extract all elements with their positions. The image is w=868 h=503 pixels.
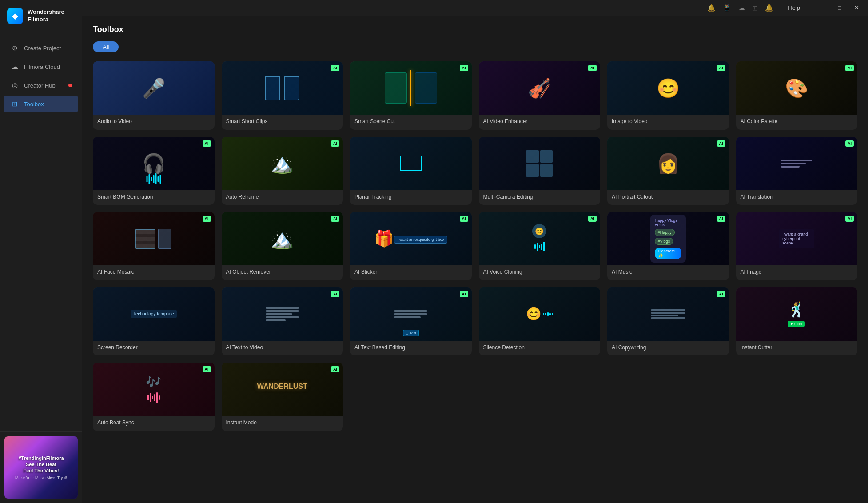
tool-card-multi-camera-editing[interactable]: Multi-Camera Editing [479,137,601,205]
bell-icon[interactable]: 🔔 [765,4,773,12]
tool-card-instant-cutter[interactable]: 🕺Export Instant Cutter [736,287,858,356]
promo-card[interactable]: #TrendinginFilmora See The Beat Feel The… [4,436,78,499]
ai-badge: AI [717,140,725,147]
sidebar-item-filmora-cloud[interactable]: ☁ Filmora Cloud [4,58,78,75]
tool-card-image-to-video[interactable]: 😊 AI Image to Video [607,61,729,130]
notification-icon[interactable]: 🔔 [707,4,716,12]
tool-card-ai-text-based-editing[interactable]: ◻ Text AI AI Text Based Editing [350,287,472,356]
tool-card-auto-reframe[interactable]: 🏔️ AI Auto Reframe [222,137,343,205]
tool-label-screen-recorder: Screen Recorder [93,341,215,356]
tool-label-ai-portrait-cutout: AI Portrait Cutout [607,190,729,205]
filter-bar: All [93,41,857,52]
tool-card-ai-object-remover[interactable]: 🏔️ AI AI Object Remover [222,212,343,280]
grid-icon[interactable]: ⊞ [752,4,758,12]
tool-label-ai-voice-cloning: AI Voice Cloning [479,265,601,280]
tool-card-ai-translation[interactable]: AI AI Translation [736,137,858,205]
tool-card-ai-face-mosaic[interactable]: AI AI Face Mosaic [93,212,215,280]
tool-thumb-ai-music: Happy Vlogs Beats#Happy#VlogsGenerate ✨ … [607,212,729,265]
tool-thumb-ai-voice-cloning: 😊 AI [479,212,601,265]
tool-thumb-smart-short-clips: AI [222,61,343,115]
ai-badge: AI [460,216,468,222]
tool-thumb-screen-recorder: Technology template [93,287,215,341]
ai-badge: AI [331,291,339,297]
tool-thumb-auto-reframe: 🏔️ AI [222,137,343,190]
toolbox-title: Toolbox [93,25,857,34]
sidebar-item-creator-hub[interactable]: ◎ Creator Hub [4,77,78,94]
sidebar-item-create-project[interactable]: ⊕ Create Project [4,40,78,56]
sidebar-nav: ⊕ Create Project ☁ Filmora Cloud ◎ Creat… [0,32,82,431]
tool-label-ai-object-remover: AI Object Remover [222,265,343,280]
sidebar-item-label: Filmora Cloud [24,64,60,70]
mobile-icon[interactable]: 📱 [723,4,731,12]
titlebar: 🔔 📱 ☁ ⊞ 🔔 Help — □ ✕ [82,0,868,16]
tool-card-audio-to-video[interactable]: 🎤 Audio to Video [93,61,215,130]
close-button[interactable]: ✕ [848,0,864,16]
filter-all-button[interactable]: All [93,41,119,52]
tool-label-ai-text-to-video: AI Text to Video [222,341,343,356]
ai-badge: AI [331,140,339,147]
tool-label-planar-tracking: Planar Tracking [350,190,472,205]
sidebar-promo: #TrendinginFilmora See The Beat Feel The… [0,431,82,503]
help-button[interactable]: Help [784,4,804,12]
ai-badge: AI [845,140,854,147]
ai-badge: AI [203,140,211,147]
tool-card-auto-beat-sync[interactable]: 🎶 AI Auto Beat Sync [93,363,215,431]
tool-card-smart-short-clips[interactable]: AI Smart Short Clips [222,61,343,130]
sidebar-item-toolbox[interactable]: ⊞ Toolbox [4,96,78,112]
titlebar-divider2 [809,4,809,12]
tool-card-instant-mode[interactable]: WANDERLUST────── AI Instant Mode [222,363,343,431]
tool-label-smart-short-clips: Smart Short Clips [222,115,343,130]
tool-card-ai-image[interactable]: I want a grand cyberpunk scene AI AI Ima… [736,212,858,280]
maximize-button[interactable]: □ [832,0,848,16]
tool-card-smart-scene-cut[interactable]: AI Smart Scene Cut [350,61,472,130]
app-name: Wondershare Filmora [28,8,75,24]
tool-card-ai-copywriting[interactable]: AI AI Copywriting [607,287,729,356]
ai-badge: AI [717,291,725,297]
tool-card-ai-voice-cloning[interactable]: 😊 AI AI Voice Cloning [479,212,601,280]
titlebar-icons: 🔔 📱 ☁ ⊞ 🔔 [707,4,773,12]
tool-thumb-ai-object-remover: 🏔️ AI [222,212,343,265]
tool-card-ai-color-palette[interactable]: 🎨 AI AI Color Palette [736,61,858,130]
tool-label-ai-image: AI Image [736,265,858,280]
filmora-cloud-icon: ☁ [11,63,19,71]
tools-grid: 🎤 Audio to Video AI Smart Short Clips AI… [93,61,857,431]
tool-thumb-image-to-video: 😊 AI [607,61,729,115]
tool-label-instant-mode: Instant Mode [222,416,343,431]
sidebar: ◆ Wondershare Filmora ⊕ Create Project ☁… [0,0,82,503]
tool-label-ai-text-based-editing: AI Text Based Editing [350,341,472,356]
ai-badge: AI [460,291,468,297]
tool-label-multi-camera-editing: Multi-Camera Editing [479,190,601,205]
logo-icon: ◆ [7,8,23,24]
ai-badge: AI [717,65,725,71]
tool-card-ai-text-to-video[interactable]: AI AI Text to Video [222,287,343,356]
tool-card-silence-detection[interactable]: 😊 Silence Detection [479,287,601,356]
tool-label-ai-face-mosaic: AI Face Mosaic [93,265,215,280]
tool-thumb-ai-translation: AI [736,137,858,190]
tool-thumb-ai-video-enhancer: 🎻 AI [479,61,601,115]
tool-card-ai-video-enhancer[interactable]: 🎻 AI AI Video Enhancer [479,61,601,130]
ai-badge: AI [717,216,725,222]
ai-badge: AI [331,65,339,71]
minimize-button[interactable]: — [815,0,831,16]
tool-label-ai-music: AI Music [607,265,729,280]
sidebar-item-label: Create Project [24,45,61,52]
tool-card-ai-music[interactable]: Happy Vlogs Beats#Happy#VlogsGenerate ✨ … [607,212,729,280]
tool-card-smart-bgm-generation[interactable]: 🎧 AI Smart BGM Generation [93,137,215,205]
tool-thumb-ai-image: I want a grand cyberpunk scene AI [736,212,858,265]
tool-card-ai-sticker[interactable]: 🎁I want an exquisite gift box AI AI Stic… [350,212,472,280]
promo-line2: Feel The Vibes! [15,467,67,474]
tool-thumb-instant-mode: WANDERLUST────── AI [222,363,343,416]
cloud-icon[interactable]: ☁ [738,4,745,12]
tool-thumb-ai-sticker: 🎁I want an exquisite gift box AI [350,212,472,265]
main-content: 🔔 📱 ☁ ⊞ 🔔 Help — □ ✕ Toolbox All 🎤 Audio… [82,0,868,503]
promo-line3: Make Your Music Alive, Try it! [15,475,67,480]
tool-label-smart-bgm-generation: Smart BGM Generation [93,190,215,205]
tool-label-ai-copywriting: AI Copywriting [607,341,729,356]
window-controls: — □ ✕ [815,0,864,16]
tool-card-screen-recorder[interactable]: Technology template Screen Recorder [93,287,215,356]
tool-card-ai-portrait-cutout[interactable]: 👩 AI AI Portrait Cutout [607,137,729,205]
tool-thumb-silence-detection: 😊 [479,287,601,341]
sidebar-item-label: Toolbox [24,101,44,108]
tool-card-planar-tracking[interactable]: Planar Tracking [350,137,472,205]
tool-thumb-smart-bgm-generation: 🎧 AI [93,137,215,190]
